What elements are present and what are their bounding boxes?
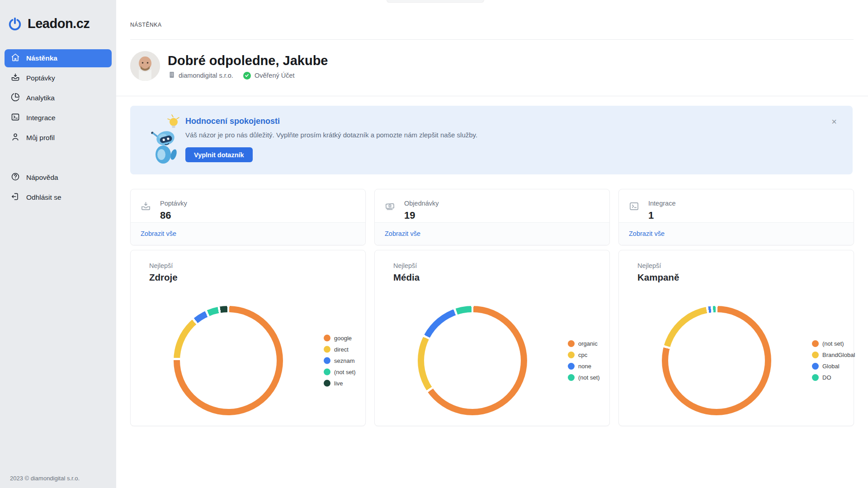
- sidebar-item-napoveda[interactable]: Nápověda: [5, 169, 112, 187]
- sidebar-item-integrace[interactable]: Integrace: [5, 109, 112, 127]
- legend-swatch-icon: [568, 363, 575, 370]
- show-all-link[interactable]: Zobrazit vše: [385, 230, 420, 237]
- stat-card-footer: Zobrazit vše: [619, 222, 854, 245]
- donut-chart-media[interactable]: [418, 306, 527, 415]
- legend-label: live: [334, 380, 343, 387]
- sidebar: Leadon.cz Nástěnka Poptávky: [0, 0, 116, 488]
- legend-item[interactable]: direct: [324, 346, 356, 353]
- breadcrumb: NÁSTĚNKA: [130, 22, 161, 28]
- legend-label: cpc: [578, 352, 587, 358]
- inbox-icon: [11, 73, 20, 84]
- sidebar-item-odhlasit-se[interactable]: Odhlásit se: [5, 188, 112, 206]
- inbox-icon: [141, 201, 151, 213]
- legend-swatch-icon: [812, 363, 819, 370]
- legend-swatch-icon: [324, 369, 330, 375]
- legend-label: seznam: [334, 357, 355, 364]
- nav-spacer: [5, 149, 112, 169]
- page-title: Dobré odpoledne, Jakube: [168, 53, 328, 68]
- legend-swatch-icon: [324, 357, 330, 364]
- banner-text: Váš názor je pro nás důležitý. Vyplňte p…: [185, 131, 477, 139]
- stat-card-poptavky: Poptávky 86 Zobrazit vše: [130, 189, 366, 245]
- terminal-icon: [11, 113, 20, 123]
- main-content: NÁSTĚNKA Dobré odpoledne, Jakube: [116, 0, 868, 488]
- legend-item[interactable]: DO: [812, 374, 855, 381]
- chart-title: Zdroje: [149, 272, 178, 283]
- show-all-link[interactable]: Zobrazit vše: [629, 230, 665, 237]
- sidebar-item-label: Nástěnka: [26, 54, 57, 62]
- banknote-icon: [385, 201, 395, 213]
- legend-item[interactable]: live: [324, 380, 356, 387]
- avatar[interactable]: [130, 51, 160, 81]
- stat-card-footer: Zobrazit vše: [131, 222, 365, 245]
- sidebar-item-label: Nápověda: [26, 174, 58, 182]
- legend-item[interactable]: google: [324, 335, 356, 342]
- sidebar-item-poptavky[interactable]: Poptávky: [5, 69, 112, 87]
- stat-value: 86: [160, 210, 171, 221]
- chart-pretitle: Nejlepší: [149, 262, 173, 269]
- legend-item[interactable]: Global: [812, 363, 855, 370]
- chart-legend: organiccpcnone(not set): [568, 340, 600, 381]
- legend-item[interactable]: BrandGlobal: [812, 352, 855, 358]
- app-root: Leadon.cz Nástěnka Poptávky: [0, 0, 868, 488]
- sidebar-item-label: Integrace: [26, 114, 56, 122]
- legend-item[interactable]: organic: [568, 340, 600, 347]
- home-icon: [11, 53, 20, 64]
- legend-swatch-icon: [568, 340, 575, 347]
- legend-label: DO: [822, 374, 831, 381]
- terminal-icon: [629, 201, 639, 213]
- legend-item[interactable]: (not set): [568, 374, 600, 381]
- legend-item[interactable]: (not set): [324, 369, 356, 375]
- divider: [130, 39, 854, 40]
- stat-card-footer: Zobrazit vše: [375, 222, 609, 245]
- legend-label: none: [578, 363, 591, 370]
- stat-value: 19: [404, 210, 415, 221]
- chart-legend: googledirectseznam(not set)live: [324, 335, 356, 387]
- legend-label: BrandGlobal: [822, 352, 855, 358]
- sidebar-item-label: Odhlásit se: [26, 193, 61, 202]
- close-icon[interactable]: ×: [829, 117, 839, 127]
- stat-label: Integrace: [648, 200, 675, 207]
- legend-swatch-icon: [568, 374, 575, 381]
- legend-item[interactable]: seznam: [324, 357, 356, 364]
- sidebar-item-label: Analytika: [26, 94, 55, 102]
- logout-icon: [11, 192, 20, 203]
- legend-swatch-icon: [324, 380, 330, 387]
- chart-title: Kampaně: [637, 272, 679, 283]
- sidebar-nav: Nástěnka Poptávky Analytika: [0, 49, 116, 206]
- verified-label: Ověřený Účet: [255, 72, 295, 79]
- legend-item[interactable]: none: [568, 363, 600, 370]
- power-logo-icon: [8, 17, 22, 31]
- legend-label: (not set): [578, 374, 600, 381]
- stat-label: Poptávky: [160, 200, 187, 207]
- top-partial-element: [387, 0, 484, 3]
- show-all-link[interactable]: Zobrazit vše: [141, 230, 176, 237]
- help-circle-icon: [11, 172, 20, 183]
- legend-swatch-icon: [812, 352, 819, 358]
- stat-label: Objednávky: [404, 200, 439, 207]
- stat-value: 1: [648, 210, 654, 221]
- chart-card-media: Nejlepší Média organiccpcnone(not set): [374, 250, 610, 426]
- donut-chart-kampane[interactable]: [662, 306, 771, 415]
- feedback-banner: Hodnocení spokojenosti Váš názor je pro …: [130, 106, 853, 174]
- copyright-text: 2023 © diamondigital s.r.o.: [10, 475, 80, 482]
- chart-pretitle: Nejlepší: [393, 262, 417, 269]
- chart-pretitle: Nejlepší: [637, 262, 661, 269]
- sidebar-item-label: Můj profil: [26, 134, 55, 142]
- fill-survey-button[interactable]: Vyplnit dotazník: [185, 147, 253, 162]
- brand-name: Leadon.cz: [28, 16, 90, 31]
- company-chip: diamondigital s.r.o.: [169, 71, 233, 80]
- verified-chip: Ověřený Účet: [243, 72, 295, 80]
- pie-chart-icon: [11, 93, 20, 103]
- sidebar-item-muj-profil[interactable]: Můj profil: [5, 129, 112, 147]
- sidebar-item-label: Poptávky: [26, 74, 55, 82]
- legend-swatch-icon: [812, 374, 819, 381]
- header-meta: diamondigital s.r.o. Ověřený Účet: [169, 71, 295, 80]
- legend-item[interactable]: (not set): [812, 340, 855, 347]
- legend-item[interactable]: cpc: [568, 352, 600, 358]
- legend-swatch-icon: [324, 335, 330, 342]
- legend-label: (not set): [822, 340, 844, 347]
- robot-mascot-icon: [148, 113, 181, 169]
- sidebar-item-analytika[interactable]: Analytika: [5, 89, 112, 107]
- sidebar-item-nastenka[interactable]: Nástěnka: [5, 49, 112, 67]
- donut-chart-zdroje[interactable]: [174, 306, 283, 415]
